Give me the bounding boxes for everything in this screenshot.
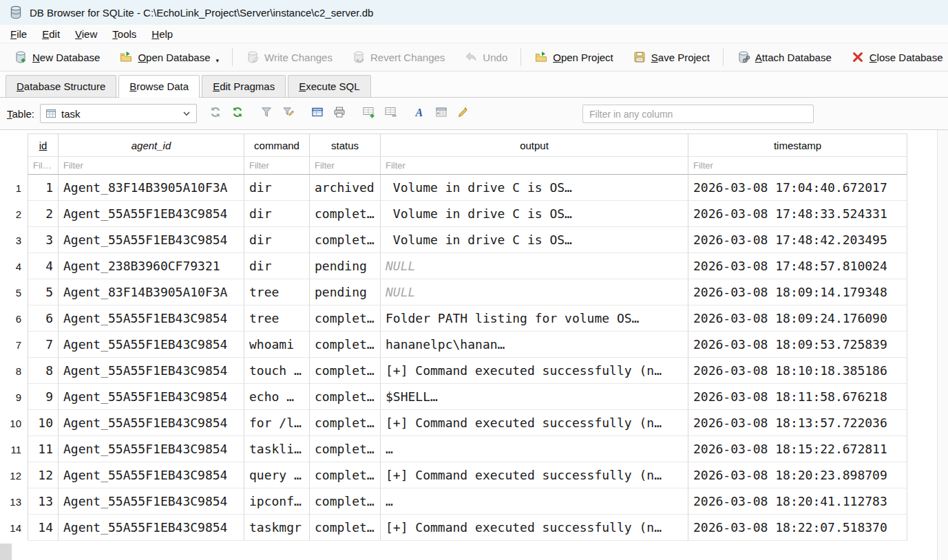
cell-command[interactable]: tree	[244, 279, 310, 305]
cell-agent_id[interactable]: Agent_55A55F1EB43C9854	[59, 358, 244, 384]
cell-output[interactable]: Volume in drive C is OS…	[381, 175, 688, 201]
cell-timestamp[interactable]: 2026-03-08 17:04:40.672017	[688, 175, 907, 201]
revert-changes-button[interactable]: Revert Changes	[342, 47, 454, 67]
cell-status[interactable]: archived	[310, 175, 381, 201]
cell-status[interactable]: pending	[310, 279, 381, 305]
open-project-button[interactable]: Open Project	[525, 47, 623, 67]
cell-agent_id[interactable]: Agent_55A55F1EB43C9854	[59, 384, 244, 410]
cell-id[interactable]: 6	[28, 305, 59, 332]
column-header-output[interactable]: output	[381, 133, 688, 157]
cell-command[interactable]: for /l…	[244, 410, 310, 436]
cell-id[interactable]: 12	[28, 462, 59, 488]
cell-command[interactable]: taskli…	[244, 436, 310, 462]
cell-output[interactable]: Folder PATH listing for volume OS…	[381, 305, 688, 332]
cell-timestamp[interactable]: 2026-03-08 18:09:53.725839	[688, 332, 907, 358]
cell-timestamp[interactable]: 2026-03-08 18:20:23.898709	[688, 462, 907, 488]
cell-agent_id[interactable]: Agent_83F14B3905A10F3A	[59, 279, 244, 305]
cell-output[interactable]: …	[381, 488, 688, 515]
row-number[interactable]: 8	[0, 358, 28, 384]
close-database-button[interactable]: Close Database	[841, 47, 948, 67]
undo-button[interactable]: Undo	[454, 47, 517, 67]
menu-view[interactable]: View	[67, 26, 105, 42]
cell-id[interactable]: 10	[28, 410, 59, 436]
save-project-button[interactable]: Save Project	[623, 47, 719, 67]
reload-table-button[interactable]	[205, 103, 226, 124]
font-button[interactable]: A	[409, 103, 430, 124]
cell-status[interactable]: pending	[310, 253, 381, 279]
cell-id[interactable]: 3	[28, 227, 59, 253]
row-number[interactable]: 12	[0, 462, 28, 488]
cell-agent_id[interactable]: Agent_238B3960CF79321	[59, 253, 244, 279]
cell-command[interactable]: whoami	[244, 332, 310, 358]
row-number[interactable]: 1	[0, 175, 28, 201]
cell-status[interactable]: complet…	[310, 201, 381, 227]
tab-browse-data[interactable]: Browse Data	[118, 75, 200, 98]
column-header-command[interactable]: command	[244, 133, 310, 157]
row-number[interactable]: 6	[0, 305, 28, 332]
cell-timestamp[interactable]: 2026-03-08 18:13:57.722036	[688, 410, 907, 436]
cell-command[interactable]: tree	[244, 305, 310, 332]
filter-input-id[interactable]	[30, 158, 56, 173]
cell-command[interactable]: ipconf…	[244, 488, 310, 515]
cell-timestamp[interactable]: 2026-03-08 17:48:42.203495	[688, 227, 907, 253]
refresh-button[interactable]	[227, 103, 248, 124]
cell-timestamp[interactable]: 2026-03-08 18:22:07.518370	[688, 515, 907, 541]
cell-timestamp[interactable]: 2026-03-08 18:09:14.179348	[688, 279, 907, 305]
cell-status[interactable]: complet…	[310, 305, 381, 332]
cell-output[interactable]: NULL	[381, 279, 688, 305]
cell-timestamp[interactable]: 2026-03-08 17:48:57.810024	[688, 253, 907, 279]
global-filter-input[interactable]	[582, 105, 814, 123]
table-selector[interactable]: task	[40, 104, 197, 123]
row-number[interactable]: 13	[0, 488, 28, 515]
cell-agent_id[interactable]: Agent_55A55F1EB43C9854	[59, 305, 244, 332]
row-number[interactable]: 3	[0, 227, 28, 253]
menu-file[interactable]: File	[3, 26, 34, 42]
cell-id[interactable]: 8	[28, 358, 59, 384]
row-number[interactable]: 10	[0, 410, 28, 436]
cell-status[interactable]: complet…	[310, 332, 381, 358]
cell-command[interactable]: touch …	[244, 358, 310, 384]
column-header-status[interactable]: status	[310, 133, 381, 157]
cell-status[interactable]: complet…	[310, 462, 381, 488]
cell-timestamp[interactable]: 2026-03-08 18:09:24.176090	[688, 305, 907, 332]
cell-agent_id[interactable]: Agent_55A55F1EB43C9854	[59, 462, 244, 488]
tab-edit-pragmas[interactable]: Edit Pragmas	[202, 75, 286, 97]
write-changes-button[interactable]: Write Changes	[236, 47, 342, 67]
column-header-agent_id[interactable]: agent_id	[59, 133, 244, 157]
cell-command[interactable]: dir	[244, 227, 310, 253]
cell-command[interactable]: dir	[244, 175, 310, 201]
cell-output[interactable]: $SHELL…	[381, 384, 688, 410]
filter-input-timestamp[interactable]	[691, 158, 905, 173]
cell-agent_id[interactable]: Agent_55A55F1EB43C9854	[59, 515, 244, 541]
table-format-button[interactable]	[431, 103, 452, 124]
filter-input-status[interactable]	[312, 158, 378, 173]
column-header-timestamp[interactable]: timestamp	[688, 133, 907, 157]
cell-id[interactable]: 1	[28, 175, 59, 201]
cell-status[interactable]: complet…	[310, 384, 381, 410]
new-database-button[interactable]: New Database	[4, 47, 109, 67]
row-number[interactable]: 11	[0, 436, 28, 462]
row-number[interactable]: 2	[0, 201, 28, 227]
cell-output[interactable]: NULL	[381, 253, 688, 279]
filter-input-command[interactable]	[246, 158, 307, 173]
row-number[interactable]: 7	[0, 332, 28, 358]
cell-timestamp[interactable]: 2026-03-08 18:20:41.112783	[688, 488, 907, 515]
open-database-button[interactable]: Open Database▾	[109, 47, 229, 67]
tab-database-structure[interactable]: Database Structure	[6, 75, 116, 97]
cell-command[interactable]: echo …	[244, 384, 310, 410]
edit-cell-button[interactable]	[453, 103, 474, 124]
cell-timestamp[interactable]: 2026-03-08 17:48:33.524331	[688, 201, 907, 227]
cell-output[interactable]: [+] Command executed successfully (n…	[381, 358, 688, 384]
grid-corner[interactable]	[0, 133, 28, 157]
cell-output[interactable]: …	[381, 436, 688, 462]
cell-command[interactable]: taskmgr	[244, 515, 310, 541]
insert-record-button[interactable]	[358, 103, 379, 124]
cell-status[interactable]: complet…	[310, 410, 381, 436]
cell-timestamp[interactable]: 2026-03-08 18:10:18.385186	[688, 358, 907, 384]
print-button[interactable]	[329, 103, 350, 124]
cell-agent_id[interactable]: Agent_55A55F1EB43C9854	[59, 332, 244, 358]
cell-agent_id[interactable]: Agent_55A55F1EB43C9854	[59, 227, 244, 253]
cell-output[interactable]: Volume in drive C is OS…	[381, 227, 688, 253]
cell-output[interactable]: [+] Command executed successfully (n…	[381, 515, 688, 541]
cell-id[interactable]: 9	[28, 384, 59, 410]
